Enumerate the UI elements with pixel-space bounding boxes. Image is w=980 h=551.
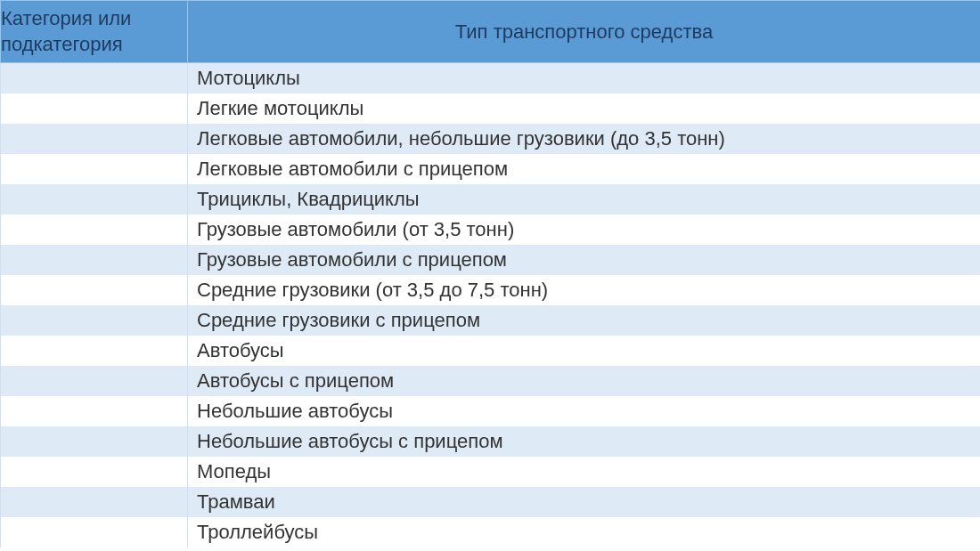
table-row: Средние грузовики (от 3,5 до 7,5 тонн) bbox=[1, 275, 981, 305]
type-cell: Мотоциклы bbox=[188, 63, 981, 93]
category-cell bbox=[1, 517, 188, 547]
header-type: Тип транспортного средства bbox=[188, 1, 981, 63]
type-cell: Легкие мотоциклы bbox=[188, 93, 981, 124]
table-row: Небольшие автобусы с прицепом bbox=[1, 426, 981, 457]
table-row: Грузовые автомобили (от 3,5 тонн) bbox=[1, 215, 981, 245]
category-cell bbox=[1, 93, 188, 124]
table-row: Мотоциклы bbox=[1, 63, 981, 93]
category-cell bbox=[1, 124, 188, 154]
type-cell: Трициклы, Квадрициклы bbox=[188, 184, 981, 215]
category-cell bbox=[1, 457, 188, 487]
table-row: Легковые автомобили, небольшие грузовики… bbox=[1, 124, 981, 154]
category-cell bbox=[1, 275, 188, 305]
category-cell bbox=[1, 487, 188, 517]
category-cell bbox=[1, 184, 188, 215]
category-cell bbox=[1, 366, 188, 396]
table-row: Трамваи bbox=[1, 487, 981, 517]
category-cell bbox=[1, 305, 188, 336]
type-cell: Грузовые автомобили с прицепом bbox=[188, 245, 981, 275]
table-row: Автобусы с прицепом bbox=[1, 366, 981, 396]
type-cell: Мопеды bbox=[188, 457, 981, 487]
table-row: Мопеды bbox=[1, 457, 981, 487]
type-cell: Троллейбусы bbox=[188, 517, 981, 547]
category-cell bbox=[1, 336, 188, 366]
table-row: Автобусы bbox=[1, 336, 981, 366]
table-row: Небольшие автобусы bbox=[1, 396, 981, 426]
table-row: Легкие мотоциклы bbox=[1, 93, 981, 124]
type-cell: Небольшие автобусы с прицепом bbox=[188, 426, 981, 457]
category-cell bbox=[1, 63, 188, 93]
table-row: Троллейбусы bbox=[1, 517, 981, 547]
table-row: Трициклы, Квадрициклы bbox=[1, 184, 981, 215]
table-header-row: Категория или подкатегория Тип транспорт… bbox=[1, 1, 981, 63]
type-cell: Автобусы bbox=[188, 336, 981, 366]
category-cell bbox=[1, 396, 188, 426]
category-cell bbox=[1, 154, 188, 184]
type-cell: Небольшие автобусы bbox=[188, 396, 981, 426]
type-cell: Грузовые автомобили (от 3,5 тонн) bbox=[188, 215, 981, 245]
type-cell: Трамваи bbox=[188, 487, 981, 517]
type-cell: Средние грузовики (от 3,5 до 7,5 тонн) bbox=[188, 275, 981, 305]
type-cell: Легковые автомобили с прицепом bbox=[188, 154, 981, 184]
type-cell: Легковые автомобили, небольшие грузовики… bbox=[188, 124, 981, 154]
header-category: Категория или подкатегория bbox=[1, 1, 188, 63]
vehicle-categories-table: Категория или подкатегория Тип транспорт… bbox=[0, 0, 980, 547]
table-row: Средние грузовики с прицепом bbox=[1, 305, 981, 336]
type-cell: Средние грузовики с прицепом bbox=[188, 305, 981, 336]
type-cell: Автобусы с прицепом bbox=[188, 366, 981, 396]
category-cell bbox=[1, 426, 188, 457]
table-row: Грузовые автомобили с прицепом bbox=[1, 245, 981, 275]
table-row: Легковые автомобили с прицепом bbox=[1, 154, 981, 184]
category-cell bbox=[1, 215, 188, 245]
category-cell bbox=[1, 245, 188, 275]
